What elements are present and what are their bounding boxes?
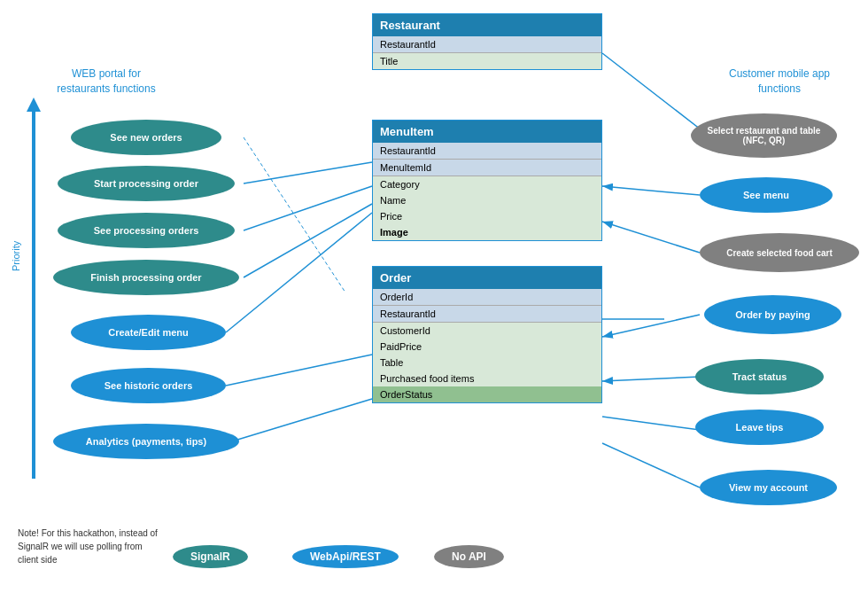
oval-start-processing[interactable]: Start processing order (58, 166, 235, 201)
note-text: Note! For this hackathon, instead of Sig… (18, 527, 159, 566)
svg-line-4 (244, 137, 345, 293)
oval-create-edit-menu[interactable]: Create/Edit menu (71, 315, 226, 350)
oval-see-processing[interactable]: See processing orders (58, 213, 235, 248)
oval-see-new-orders[interactable]: See new orders (71, 120, 221, 155)
menuitem-row-name: Name (373, 192, 601, 208)
svg-line-7 (602, 53, 709, 136)
svg-line-12 (602, 417, 700, 430)
oval-finish-processing[interactable]: Finish processing order (53, 260, 239, 295)
menuitem-row-restaurantid: RestaurantId (373, 143, 601, 160)
menuitem-row-category: Category (373, 176, 601, 192)
order-row-orderstatus: OrderStatus (373, 386, 601, 402)
web-portal-label: WEB portal for restaurants functions (49, 66, 164, 97)
order-table: Order OrderId RestaurantId CustomerId Pa… (372, 266, 602, 403)
priority-label: Priority (11, 241, 21, 271)
order-row-paidprice: PaidPrice (373, 339, 601, 355)
order-table-header: Order (373, 267, 601, 289)
oval-order-by-paying[interactable]: Order by paying (704, 295, 841, 334)
svg-line-13 (602, 443, 700, 488)
oval-see-historic-orders[interactable]: See historic orders (71, 368, 226, 403)
restaurant-table: Restaurant RestaurantId Title (372, 13, 602, 70)
customer-label: Customer mobile app functions (717, 66, 841, 97)
svg-line-1 (244, 186, 372, 230)
order-row-table: Table (373, 355, 601, 371)
svg-line-3 (226, 213, 372, 332)
oval-create-food-cart[interactable]: Create selected food cart (700, 233, 859, 272)
order-row-restaurantid: RestaurantId (373, 306, 601, 323)
oval-see-menu[interactable]: See menu (700, 177, 833, 213)
restaurant-table-header: Restaurant (373, 14, 601, 36)
svg-line-8 (602, 186, 700, 195)
order-row-orderid: OrderId (373, 289, 601, 306)
menuitem-row-menuitemid: MenuItemId (373, 160, 601, 176)
svg-line-9 (602, 222, 700, 253)
legend-webapi: WebApi/REST (292, 545, 399, 568)
svg-line-0 (244, 162, 372, 183)
menuitem-table: MenuItem RestaurantId MenuItemId Categor… (372, 120, 602, 241)
oval-analytics[interactable]: Analytics (payments, tips) (53, 424, 239, 459)
order-row-customerid: CustomerId (373, 323, 601, 339)
oval-leave-tips[interactable]: Leave tips (695, 410, 824, 445)
svg-line-10 (602, 315, 700, 337)
menuitem-table-header: MenuItem (373, 121, 601, 143)
svg-line-2 (244, 204, 372, 277)
legend-noapi: No API (434, 545, 504, 568)
oval-tract-status[interactable]: Tract status (695, 359, 824, 394)
restaurant-row-id: RestaurantId (373, 36, 601, 53)
oval-select-restaurant[interactable]: Select restaurant and table (NFC, QR) (691, 113, 837, 158)
restaurant-row-title: Title (373, 53, 601, 69)
legend-signalr: SignalR (173, 545, 248, 568)
svg-line-11 (602, 377, 700, 381)
menuitem-row-image: Image (373, 224, 601, 240)
svg-line-6 (226, 399, 372, 443)
priority-arrow (27, 98, 41, 479)
order-row-purchased: Purchased food items (373, 371, 601, 386)
svg-line-5 (226, 355, 372, 386)
oval-view-account[interactable]: View my account (700, 470, 837, 505)
menuitem-row-price: Price (373, 208, 601, 224)
